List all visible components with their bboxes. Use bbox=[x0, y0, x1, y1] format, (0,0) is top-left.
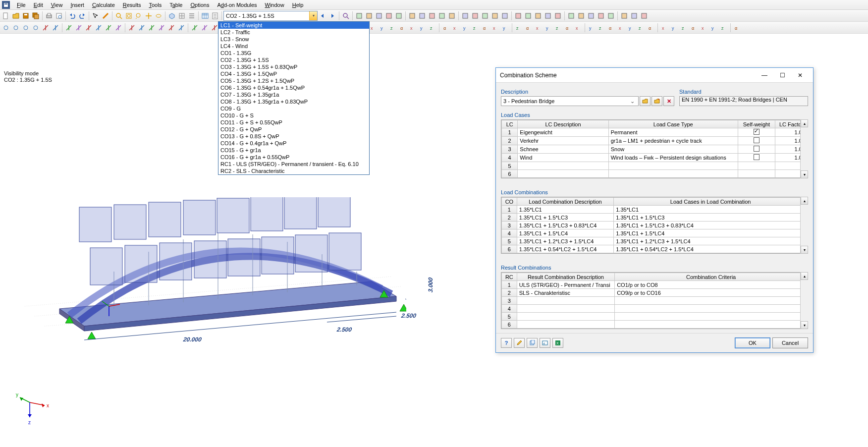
table-row[interactable]: 4 bbox=[502, 305, 808, 313]
menu-tools[interactable]: Tools bbox=[145, 1, 165, 9]
tool-icon-24[interactable] bbox=[606, 11, 616, 21]
tool2b-icon-34[interactable]: z bbox=[719, 23, 729, 33]
table-row[interactable]: 2Verkehrgr1a – LM1 + pedestrian + cycle … bbox=[502, 137, 808, 145]
loadcase-dropdown[interactable]: LC1 - Self-weightLC2 - TrafficLC3 - Snow… bbox=[218, 21, 370, 175]
menu-view[interactable]: View bbox=[47, 1, 67, 9]
checkbox[interactable] bbox=[754, 146, 760, 152]
tool-icon-10[interactable] bbox=[460, 11, 470, 21]
dropdown-item[interactable]: CO9 - G bbox=[218, 105, 369, 112]
tool2b-icon-35[interactable]: α bbox=[732, 23, 742, 33]
tool-icon-25[interactable] bbox=[619, 11, 629, 21]
table-row[interactable]: 41.35*LC1 + 1.5*LC41.35*LC1 + 1.5*LC4 bbox=[502, 229, 808, 237]
tool2b-icon-17[interactable]: y bbox=[543, 23, 553, 33]
menu-results[interactable]: Results bbox=[119, 1, 145, 9]
undo-icon[interactable] bbox=[67, 11, 77, 21]
menu-calculate[interactable]: Calculate bbox=[88, 1, 119, 9]
open-scheme-icon[interactable] bbox=[640, 96, 651, 106]
tool2-icon-18[interactable] bbox=[190, 23, 200, 33]
cancel-button[interactable]: Cancel bbox=[772, 337, 808, 348]
dropdown-item[interactable]: CO2 - 1.35G + 1.5S bbox=[218, 56, 369, 63]
dropdown-item[interactable]: RC2 - SLS - Characteristic bbox=[218, 168, 369, 174]
loadcombos-grid[interactable]: COLoad Combination DescriptionLoad Cases… bbox=[501, 197, 808, 254]
tool2b-icon-26[interactable]: z bbox=[636, 23, 646, 33]
dropdown-item[interactable]: CO1 - 1.35G bbox=[218, 50, 369, 56]
tool2-icon-6[interactable] bbox=[64, 23, 74, 33]
dialog-titlebar[interactable]: Combination Scheme — ☐ ✕ bbox=[496, 68, 813, 83]
tool-icon-11[interactable] bbox=[470, 11, 480, 21]
dropdown-item[interactable]: LC4 - Wind bbox=[218, 43, 369, 50]
checkbox[interactable] bbox=[754, 154, 760, 160]
redo-icon[interactable] bbox=[77, 11, 87, 21]
measure-icon[interactable] bbox=[101, 11, 110, 21]
tool2b-icon-4[interactable]: x bbox=[408, 23, 418, 33]
dropdown-item[interactable]: RC1 - ULS (STR/GEO) - Permanent / transi… bbox=[218, 161, 369, 168]
tool2-icon-4[interactable] bbox=[41, 23, 51, 33]
tool-icon-17[interactable] bbox=[533, 11, 543, 21]
tool2-icon-1[interactable] bbox=[11, 23, 21, 33]
tool2b-icon-32[interactable]: x bbox=[699, 23, 709, 33]
table-row[interactable]: 11.35*LC11.35*LC1 bbox=[502, 206, 808, 214]
dropdown-arrow-icon[interactable] bbox=[309, 11, 317, 20]
tool2b-icon-22[interactable]: z bbox=[597, 23, 606, 33]
description-dropdown-icon[interactable]: ⌄ bbox=[629, 98, 636, 105]
help-icon[interactable]: ? bbox=[501, 338, 512, 348]
tool2-icon-5[interactable] bbox=[51, 23, 60, 33]
tool2-icon-3[interactable] bbox=[31, 23, 41, 33]
menu-edit[interactable]: Edit bbox=[30, 1, 47, 9]
tool2b-icon-24[interactable]: x bbox=[616, 23, 626, 33]
view-iso-icon[interactable] bbox=[167, 11, 177, 21]
table-icon[interactable] bbox=[200, 11, 210, 21]
save-scheme-icon[interactable] bbox=[651, 96, 662, 106]
tool2b-icon-14[interactable]: z bbox=[514, 23, 524, 33]
tool2-icon-8[interactable] bbox=[84, 23, 94, 33]
tool2b-icon-5[interactable]: y bbox=[418, 23, 428, 33]
dropdown-item[interactable]: CO13 - G + 0.8S + QwP bbox=[218, 133, 369, 140]
tool2b-icon-16[interactable]: x bbox=[534, 23, 543, 33]
tool-icon-4[interactable] bbox=[394, 11, 404, 21]
resultcombos-grid[interactable]: RCResult Combination DescriptionCombinat… bbox=[501, 272, 808, 329]
tool-icon-9[interactable] bbox=[447, 11, 457, 21]
table-row[interactable]: 61.35*LC1 + 0.54*LC2 + 1.5*LC41.35*LC1 +… bbox=[502, 245, 808, 253]
dropdown-item[interactable]: LC3 - Snow bbox=[218, 36, 369, 43]
dropdown-item[interactable]: CO4 - 1.35G + 1.5QwP bbox=[218, 70, 369, 77]
tool2b-icon-1[interactable]: y bbox=[378, 23, 388, 33]
rotate-icon[interactable] bbox=[154, 11, 163, 21]
table-row[interactable]: 2SLS - CharakteristiscCO9/p or to CO16 bbox=[502, 289, 808, 297]
next-icon[interactable] bbox=[327, 11, 337, 21]
loadcases-grid[interactable]: LCLC DescriptionLoad Case TypeSelf-weigh… bbox=[501, 119, 808, 178]
dropdown-item[interactable]: LC1 - Self-weight bbox=[218, 22, 369, 29]
tool2b-icon-9[interactable]: y bbox=[461, 23, 471, 33]
menu-addons[interactable]: Add-on Modules bbox=[213, 1, 261, 9]
table-row[interactable]: 1ULS (STR/GEO) - Permanent / TransiCO1/p… bbox=[502, 281, 808, 289]
dropdown-item[interactable]: CO5 - 1.35G + 1.2S + 1.5QwP bbox=[218, 77, 369, 84]
dropdown-item[interactable]: CO3 - 1.35G + 1.5S + 0.83QwP bbox=[218, 63, 369, 70]
tool2-icon-0[interactable] bbox=[1, 23, 11, 33]
tool2-icon-14[interactable] bbox=[147, 23, 157, 33]
dropdown-item[interactable]: CO7 - 1.35G + 1.35gr1a bbox=[218, 91, 369, 98]
tool2b-icon-13[interactable]: y bbox=[500, 23, 510, 33]
results-toggle-icon[interactable] bbox=[341, 11, 351, 21]
tool2b-icon-28[interactable]: x bbox=[659, 23, 669, 33]
tool-icon-27[interactable] bbox=[639, 11, 649, 21]
tool-icon-15[interactable] bbox=[513, 11, 523, 21]
tool2-icon-12[interactable] bbox=[127, 23, 137, 33]
tool2-icon-2[interactable] bbox=[21, 23, 31, 33]
tool2b-icon-18[interactable]: z bbox=[553, 23, 563, 33]
tool-icon-14[interactable] bbox=[500, 11, 510, 21]
table-row[interactable]: 21.35*LC1 + 1.5*LC31.35*LC1 + 1.5*LC3 bbox=[502, 214, 808, 222]
tool2-icon-15[interactable] bbox=[157, 23, 166, 33]
select-icon[interactable] bbox=[91, 11, 101, 21]
dropdown-item[interactable]: CO15 - G + gr1a bbox=[218, 147, 369, 154]
minimize-button[interactable]: — bbox=[756, 68, 773, 82]
tool-icon-8[interactable] bbox=[437, 11, 447, 21]
tool2b-icon-30[interactable]: z bbox=[679, 23, 689, 33]
menu-file[interactable]: File bbox=[13, 1, 30, 9]
menu-table[interactable]: Table bbox=[165, 1, 186, 9]
tool-icon-26[interactable] bbox=[629, 11, 639, 21]
tool-icon-19[interactable] bbox=[553, 11, 563, 21]
tool-icon-20[interactable] bbox=[566, 11, 576, 21]
table-row[interactable]: 4WindWind loads – Fwk – Persistent desig… bbox=[502, 154, 808, 162]
tool-icon-18[interactable] bbox=[543, 11, 553, 21]
maximize-button[interactable]: ☐ bbox=[773, 68, 791, 82]
dropdown-item[interactable]: CO6 - 1.35G + 0.54gr1a + 1.5QwP bbox=[218, 84, 369, 91]
